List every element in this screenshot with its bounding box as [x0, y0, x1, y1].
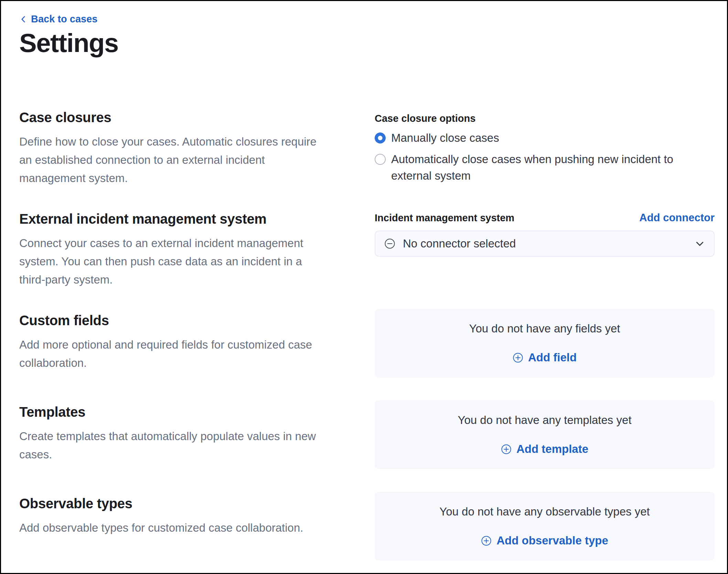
custom-fields-empty-panel: You do not have any fields yet Add field — [375, 309, 715, 378]
section-external-incident-system: External incident management system Conn… — [19, 211, 715, 289]
section-custom-fields: Custom fields Add more optional and requ… — [19, 309, 715, 378]
custom-fields-heading: Custom fields — [19, 313, 359, 328]
external-system-intro: External incident management system Conn… — [19, 211, 359, 289]
back-to-cases-link[interactable]: Back to cases — [19, 13, 97, 25]
settings-sections: Case closures Define how to close your c… — [19, 110, 715, 561]
plus-circle-icon — [513, 352, 523, 363]
back-link-label: Back to cases — [31, 13, 97, 25]
add-observable-type-button[interactable]: Add observable type — [481, 534, 608, 547]
observable-types-description: Add observable types for customized case… — [19, 519, 329, 537]
templates-empty-panel: You do not have any templates yet Add te… — [375, 400, 715, 469]
connector-select[interactable]: No connector selected — [375, 231, 715, 257]
radio-selected-icon[interactable] — [375, 132, 386, 144]
section-templates: Templates Create templates that automati… — [19, 400, 715, 469]
templates-panel-wrap: You do not have any templates yet Add te… — [375, 400, 715, 469]
custom-fields-description: Add more optional and required fields fo… — [19, 336, 329, 372]
add-field-button[interactable]: Add field — [513, 351, 577, 364]
radio-label: Automatically close cases when pushing n… — [391, 151, 715, 184]
add-field-label: Add field — [528, 351, 577, 364]
add-template-button[interactable]: Add template — [501, 443, 588, 456]
external-system-description: Connect your cases to an external incide… — [19, 234, 329, 289]
templates-heading: Templates — [19, 404, 359, 419]
connector-select-value: No connector selected — [403, 237, 695, 250]
external-system-heading: External incident management system — [19, 211, 359, 226]
case-closures-heading: Case closures — [19, 110, 359, 125]
section-case-closures: Case closures Define how to close your c… — [19, 110, 715, 187]
settings-container: Back to cases Settings Case closures Def… — [1, 1, 727, 573]
case-closure-options-group: Case closure options Manually close case… — [375, 110, 715, 187]
case-closures-intro: Case closures Define how to close your c… — [19, 110, 359, 187]
radio-unselected-icon[interactable] — [375, 154, 386, 165]
chevron-left-icon — [19, 15, 28, 23]
observable-types-heading: Observable types — [19, 496, 359, 511]
page-title: Settings — [19, 27, 715, 59]
custom-fields-panel-wrap: You do not have any fields yet Add field — [375, 309, 715, 378]
radio-automatically-close-cases[interactable]: Automatically close cases when pushing n… — [375, 151, 715, 184]
templates-intro: Templates Create templates that automati… — [19, 400, 359, 469]
section-observable-types: Observable types Add observable types fo… — [19, 492, 715, 561]
templates-empty-message: You do not have any templates yet — [458, 414, 631, 427]
radio-label: Manually close cases — [391, 130, 499, 146]
add-template-label: Add template — [516, 443, 588, 456]
templates-description: Create templates that automatically popu… — [19, 427, 329, 464]
plus-circle-icon — [481, 535, 492, 546]
plus-circle-icon — [501, 444, 512, 455]
incident-management-system-label: Incident management system — [375, 211, 514, 224]
observable-types-empty-panel: You do not have any observable types yet… — [375, 492, 715, 561]
observable-types-panel-wrap: You do not have any observable types yet… — [375, 492, 715, 561]
add-observable-type-label: Add observable type — [496, 534, 608, 547]
minus-circle-icon — [384, 238, 395, 249]
case-closures-description: Define how to close your cases. Automati… — [19, 132, 329, 187]
observable-types-empty-message: You do not have any observable types yet — [439, 505, 650, 518]
incident-management-field: Incident management system Add connector… — [375, 211, 715, 289]
add-connector-link[interactable]: Add connector — [639, 212, 715, 224]
case-closure-options-label: Case closure options — [375, 112, 715, 125]
cases-settings-page: { "header": { "back_label": "Back to cas… — [0, 0, 728, 574]
observable-types-intro: Observable types Add observable types fo… — [19, 492, 359, 561]
radio-manually-close-cases[interactable]: Manually close cases — [375, 130, 715, 146]
custom-fields-empty-message: You do not have any fields yet — [469, 322, 620, 335]
incident-management-label-row: Incident management system Add connector — [375, 211, 715, 224]
chevron-down-icon — [695, 238, 705, 249]
custom-fields-intro: Custom fields Add more optional and requ… — [19, 309, 359, 378]
